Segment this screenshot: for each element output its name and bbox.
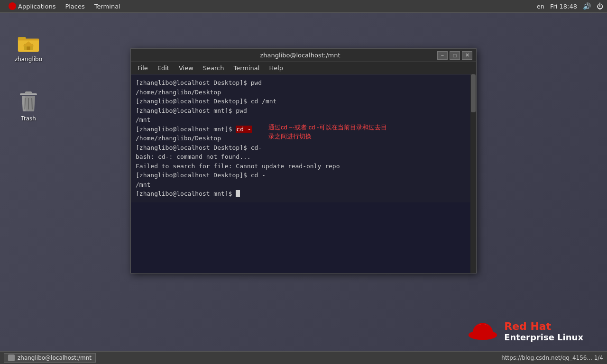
terminal-content-wrapper: [zhanglibo@localhost Desktop]$ pwd /home… [131,74,476,273]
taskbar-terminal-item[interactable]: zhanglibo@localhost:/mnt [4,353,96,363]
terminal-line-3: [zhanglibo@localhost Desktop]$ cd /mnt [136,97,471,106]
close-button[interactable]: ✕ [462,51,472,60]
applications-label: Applications [18,3,55,10]
trash-icon-label: Trash [21,115,36,122]
terminal-line-12: /mnt [136,180,471,190]
maximize-button[interactable]: □ [450,51,460,60]
terminal-line-13: [zhanglibo@localhost mnt]$ [136,189,471,199]
menu-file[interactable]: File [133,64,153,73]
menu-help[interactable]: Help [264,64,288,73]
svg-rect-5 [27,46,30,50]
terminal-scrollbar-thumb[interactable] [471,74,476,112]
menu-view[interactable]: View [174,64,198,73]
terminal-line-9: bash: cd-: command not found... [136,152,471,162]
terminal-title-text: zhanglibo@localhost:/mnt [163,52,437,59]
redhat-text-block: Red Hat Enterprise Linux [504,320,583,342]
terminal-line-1: [zhanglibo@localhost Desktop]$ pwd [136,78,471,88]
locale-indicator: en [537,3,544,10]
svg-rect-2 [18,39,39,41]
redhat-name: Red Hat [504,320,583,332]
places-menu[interactable]: Places [60,2,89,11]
terminal-line-6-container: [zhanglibo@localhost mnt]$ cd - 通过cd ~-或… [136,125,471,134]
annotation-text: 通过cd ~-或者 cd -可以在当前目录和过去目录之间进行切换 [268,123,387,141]
desktop-icon-zhanglibo[interactable]: zhanglibo [9,29,47,64]
terminal-line-8: [zhanglibo@localhost Desktop]$ cd- [136,143,471,153]
terminal-line-6: [zhanglibo@localhost mnt]$ cd - [136,125,252,134]
terminal-line-10: Failed to search for file: Cannot update… [136,162,471,171]
svg-line-10 [32,98,32,109]
top-panel-right: en Fri 18:48 🔊 ⏻ [537,2,603,10]
bottom-panel-left: zhanglibo@localhost:/mnt [4,353,96,363]
top-panel-left: Applications Places Terminal [4,1,125,11]
highlight-cd-dash: cd - [236,126,251,133]
applications-menu[interactable]: Applications [4,1,60,11]
terminal-window: zhanglibo@localhost:/mnt − □ ✕ File Edit… [130,48,477,273]
redhat-logo-container: Red Hat Enterprise Linux [468,317,583,345]
taskbar-item-icon [8,355,15,361]
bottom-panel-url: https://blog.csdn.net/qq_4156... 1/4 [501,355,603,361]
terminal-menubar: File Edit View Search Terminal Help [131,62,476,74]
terminal-content[interactable]: [zhanglibo@localhost Desktop]$ pwd /home… [131,74,476,202]
desktop-icon-trash[interactable]: Trash [9,89,47,124]
terminal-scrollbar[interactable] [470,74,476,273]
terminal-label: Terminal [94,3,120,10]
redhat-product: Enterprise Linux [504,332,583,342]
menu-terminal[interactable]: Terminal [229,64,264,73]
top-panel: Applications Places Terminal en Fri 18:4… [0,0,607,13]
desktop: zhanglibo Trash zhanglibo@loca [0,13,607,364]
taskbar-item-label: zhanglibo@localhost:/mnt [18,355,92,361]
terminal-line-11: [zhanglibo@localhost Desktop]$ cd - [136,171,471,180]
terminal-titlebar[interactable]: zhanglibo@localhost:/mnt − □ ✕ [131,49,476,62]
redhat-icon [9,2,16,10]
menu-search[interactable]: Search [198,64,229,73]
menu-edit[interactable]: Edit [153,64,174,73]
bottom-panel-right: https://blog.csdn.net/qq_4156... 1/4 [501,355,603,361]
minimize-button[interactable]: − [437,51,448,60]
terminal-line-4: [zhanglibo@localhost mnt]$ pwd [136,106,471,116]
folder-icon-label: zhanglibo [15,56,42,63]
clock: Fri 18:48 [550,3,577,10]
places-label: Places [65,3,84,10]
volume-icon[interactable]: 🔊 [583,2,591,10]
power-icon[interactable]: ⏻ [597,2,603,10]
svg-point-12 [469,330,497,340]
terminal-line-2: /home/zhanglibo/Desktop [136,88,471,97]
trash-icon-img [17,91,40,113]
folder-icon-img [17,31,40,54]
redhat-hat-icon [468,317,498,345]
terminal-controls: − □ ✕ [437,51,472,60]
terminal-menu[interactable]: Terminal [90,2,125,11]
svg-rect-7 [25,91,32,94]
bottom-panel: zhanglibo@localhost:/mnt https://blog.cs… [0,351,607,364]
terminal-cursor [236,190,240,197]
